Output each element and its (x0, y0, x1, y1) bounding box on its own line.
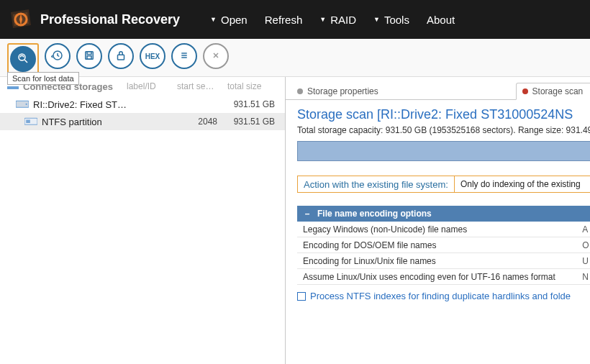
tab-properties-label: Storage properties (307, 86, 378, 96)
lock-icon (114, 49, 127, 64)
process-ntfs-checkbox[interactable]: Process NTFS indexes for finding duplica… (297, 291, 590, 301)
left-pane: Connected storages label/ID start se… to… (0, 77, 286, 364)
close-icon (209, 49, 222, 64)
menu-raid[interactable]: ▼RAID (311, 0, 365, 39)
scan-panel: Storage scan [RI::Drive2: Fixed ST310005… (286, 100, 590, 301)
main-split: Connected storages label/ID start se… to… (0, 77, 590, 364)
chevron-down-icon: ▼ (210, 16, 217, 23)
encoding-section-header[interactable]: – File name encoding options (297, 206, 590, 222)
col-size: total size (227, 81, 285, 91)
scan-progress (297, 141, 590, 161)
encoding-label: Encoding for Linux/Unix file names (303, 256, 582, 266)
hex-button[interactable]: HEX (140, 43, 165, 69)
svg-rect-7 (118, 55, 124, 60)
encoding-row[interactable]: Legacy Windows (non-Unicode) file names … (297, 222, 590, 237)
menu-tools[interactable]: ▼Tools (365, 0, 418, 39)
tabs: Storage properties Storage scan (286, 80, 590, 100)
partition-icon (24, 117, 37, 127)
menu-open-label: Open (221, 14, 248, 26)
tree-row-name: RI::Drive2: Fixed ST… (33, 99, 127, 110)
encoding-value: O (582, 240, 590, 250)
tree-row-drive[interactable]: RI::Drive2: Fixed ST… 931.51 GB (0, 96, 285, 113)
encoding-row[interactable]: Encoding for Linux/Unix file names U (297, 253, 590, 269)
tree-row-partition[interactable]: NTFS partition 2048 931.51 GB (0, 113, 285, 130)
tree-row-start: 2048 (177, 117, 227, 127)
checkbox-icon (297, 292, 306, 301)
menu-refresh[interactable]: Refresh (256, 0, 312, 39)
right-pane: Storage properties Storage scan Storage … (286, 77, 590, 364)
action-box: Action with the existing file system: On… (297, 176, 590, 193)
tab-dot-icon (522, 88, 528, 94)
lock-button[interactable] (108, 43, 134, 69)
tab-properties[interactable]: Storage properties (291, 83, 387, 99)
menu-open[interactable]: ▼Open (201, 0, 256, 39)
scan-button[interactable] (10, 46, 36, 72)
close-button[interactable] (203, 43, 229, 69)
magnifier-refresh-icon (17, 52, 30, 67)
svg-rect-5 (87, 51, 91, 54)
menu-refresh-label: Refresh (265, 14, 303, 26)
svg-point-16 (26, 104, 27, 105)
tab-scan[interactable]: Storage scan (516, 83, 590, 100)
svg-rect-18 (26, 120, 30, 124)
process-ntfs-label: Process NTFS indexes for finding duplica… (310, 291, 571, 301)
toolbar: HEX Scan for lost data (0, 39, 590, 77)
encoding-label: Encoding for DOS/OEM file names (303, 240, 582, 250)
action-label: Action with the existing file system: (298, 176, 455, 192)
tree-row-size: 931.51 GB (227, 117, 285, 127)
hex-label: HEX (145, 53, 160, 60)
list-icon (178, 49, 191, 64)
history-button[interactable] (45, 43, 71, 69)
menu-raid-label: RAID (330, 14, 356, 26)
encoding-row[interactable]: Assume Linux/Unix uses encoding even for… (297, 269, 590, 285)
save-button[interactable] (76, 43, 102, 69)
encoding-section-title: File name encoding options (317, 209, 432, 219)
svg-rect-14 (7, 86, 19, 89)
clock-back-icon (51, 49, 64, 64)
chevron-down-icon: ▼ (373, 16, 380, 23)
save-icon (83, 49, 96, 64)
encoding-label: Assume Linux/Unix uses encoding even for… (303, 272, 582, 282)
svg-rect-6 (87, 55, 91, 59)
tree-row-size: 931.51 GB (227, 99, 285, 109)
drive-icon (16, 99, 29, 109)
collapse-icon: – (303, 209, 312, 218)
tab-dot-icon (297, 88, 303, 94)
tool-scan-wrap (7, 43, 39, 75)
col-label: label/ID (127, 81, 177, 91)
menubar: ▼Open Refresh ▼RAID ▼Tools About (201, 0, 463, 39)
tooltip-scan: Scan for lost data (7, 72, 79, 85)
col-start: start se… (177, 81, 227, 91)
encoding-value: U (582, 256, 590, 266)
encoding-value: A (582, 224, 590, 235)
encoding-value: N (582, 272, 590, 282)
encoding-label: Legacy Windows (non-Unicode) file names (303, 224, 582, 235)
svg-point-1 (19, 54, 25, 60)
encoding-row[interactable]: Encoding for DOS/OEM file names O (297, 237, 590, 253)
menu-about[interactable]: About (418, 0, 463, 39)
logo: Professional Recovery (9, 7, 180, 32)
list-button[interactable] (171, 43, 197, 69)
app-logo-icon (9, 7, 33, 32)
menu-about-label: About (427, 14, 455, 26)
capacity-line: Total storage capacity: 931.50 GB (19535… (297, 125, 590, 135)
tree-row-name: NTFS partition (42, 117, 127, 127)
app-title: Professional Recovery (40, 12, 180, 27)
tab-scan-label: Storage scan (532, 86, 584, 96)
scan-title: Storage scan [RI::Drive2: Fixed ST310005… (297, 107, 590, 122)
titlebar: Professional Recovery ▼Open Refresh ▼RAI… (0, 0, 590, 39)
menu-tools-label: Tools (384, 14, 409, 26)
svg-line-2 (24, 60, 27, 63)
chevron-down-icon: ▼ (319, 16, 326, 23)
action-value[interactable]: Only do indexing of the existing (455, 176, 590, 192)
